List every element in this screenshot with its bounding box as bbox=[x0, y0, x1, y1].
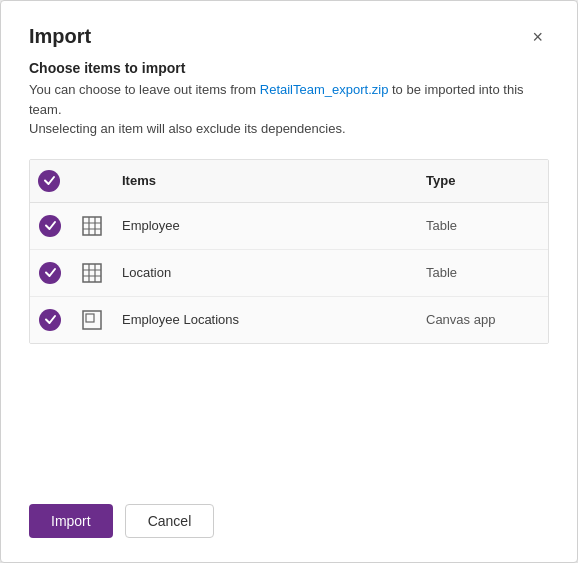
svg-rect-11 bbox=[86, 314, 94, 322]
row1-name: Employee bbox=[114, 218, 418, 233]
row1-type: Table bbox=[418, 218, 548, 233]
row1-check[interactable] bbox=[30, 215, 70, 237]
header-type: Type bbox=[418, 173, 548, 188]
table-row: Employee Locations Canvas app bbox=[30, 297, 548, 343]
row1-icon bbox=[70, 216, 114, 236]
header-items: Items bbox=[114, 173, 418, 188]
import-dialog: Import × Choose items to import You can … bbox=[0, 0, 578, 563]
svg-rect-0 bbox=[83, 217, 101, 235]
description-text1: You can choose to leave out items from bbox=[29, 82, 260, 97]
header-check bbox=[30, 170, 70, 192]
row2-check-icon[interactable] bbox=[39, 262, 61, 284]
row2-icon bbox=[70, 263, 114, 283]
table-row: Location Table bbox=[30, 250, 548, 297]
svg-rect-5 bbox=[83, 264, 101, 282]
subtitle: Choose items to import bbox=[29, 60, 549, 76]
row3-name: Employee Locations bbox=[114, 312, 418, 327]
filename-text: RetailTeam_export.zip bbox=[260, 82, 389, 97]
description: You can choose to leave out items from R… bbox=[29, 80, 549, 139]
dialog-header: Import × bbox=[29, 25, 549, 48]
row3-check[interactable] bbox=[30, 309, 70, 331]
dialog-footer: Import Cancel bbox=[29, 488, 549, 538]
table-row: Employee Table bbox=[30, 203, 548, 250]
row2-type: Table bbox=[418, 265, 548, 280]
import-button[interactable]: Import bbox=[29, 504, 113, 538]
table-header: Items Type bbox=[30, 160, 548, 203]
row2-check[interactable] bbox=[30, 262, 70, 284]
close-button[interactable]: × bbox=[526, 26, 549, 48]
row3-check-icon[interactable] bbox=[39, 309, 61, 331]
row2-name: Location bbox=[114, 265, 418, 280]
dialog-title: Import bbox=[29, 25, 91, 48]
items-table: Items Type Employe bbox=[29, 159, 549, 344]
description-line2: Unselecting an item will also exclude it… bbox=[29, 121, 346, 136]
cancel-button[interactable]: Cancel bbox=[125, 504, 215, 538]
row3-type: Canvas app bbox=[418, 312, 548, 327]
row3-icon bbox=[70, 310, 114, 330]
header-check-icon[interactable] bbox=[38, 170, 60, 192]
row1-check-icon[interactable] bbox=[39, 215, 61, 237]
